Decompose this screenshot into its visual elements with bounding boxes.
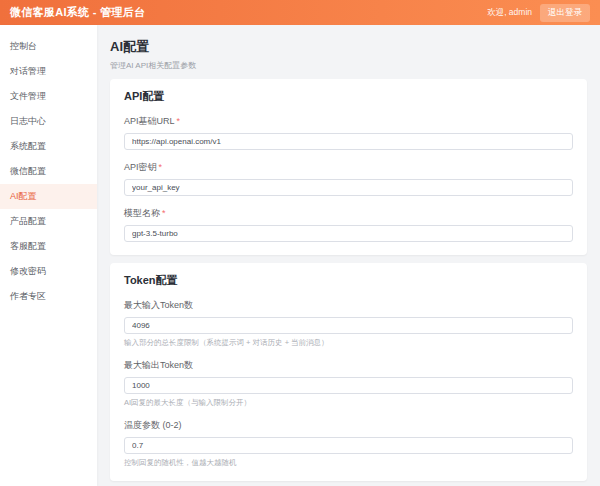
- app-header: 微信客服AI系统 - 管理后台 欢迎, admin 退出登录: [0, 0, 600, 25]
- temperature-input[interactable]: [124, 437, 573, 454]
- sidebar-item-change-password[interactable]: 修改密码: [0, 259, 97, 284]
- sidebar-item-system-config[interactable]: 系统配置: [0, 134, 97, 159]
- app-title: 微信客服AI系统 - 管理后台: [10, 5, 145, 20]
- main-content: AI配置 管理AI API相关配置参数 API配置 API基础URL* API密…: [97, 25, 600, 486]
- sidebar-item-ai-config[interactable]: AI配置: [0, 184, 97, 209]
- max-output-tokens-help: AI回复的最大长度（与输入限制分开）: [124, 398, 573, 408]
- api-key-input[interactable]: [124, 179, 573, 196]
- logout-button[interactable]: 退出登录: [540, 4, 590, 22]
- sidebar-item-wechat-config[interactable]: 微信配置: [0, 159, 97, 184]
- welcome-text: 欢迎, admin: [487, 7, 532, 19]
- sidebar-item-console[interactable]: 控制台: [0, 34, 97, 59]
- required-asterisk: *: [162, 208, 166, 218]
- max-output-tokens-label: 最大输出Token数: [124, 359, 573, 372]
- model-name-label: 模型名称*: [124, 207, 573, 220]
- header-right: 欢迎, admin 退出登录: [487, 4, 590, 22]
- max-input-tokens-help: 输入部分的总长度限制（系统提示词 + 对话历史 + 当前消息）: [124, 338, 573, 348]
- max-input-tokens-label: 最大输入Token数: [124, 299, 573, 312]
- required-asterisk: *: [159, 162, 163, 172]
- sidebar-item-files[interactable]: 文件管理: [0, 84, 97, 109]
- api-key-label: API密钥*: [124, 161, 573, 174]
- api-base-url-input[interactable]: [124, 133, 573, 150]
- api-base-url-label-text: API基础URL: [124, 116, 175, 126]
- api-base-url-label: API基础URL*: [124, 115, 573, 128]
- token-config-section-title: Token配置: [124, 273, 573, 288]
- max-input-tokens-input[interactable]: [124, 317, 573, 334]
- api-config-section-title: API配置: [124, 89, 573, 104]
- token-config-card: Token配置 最大输入Token数 输入部分的总长度限制（系统提示词 + 对话…: [110, 263, 587, 481]
- api-key-label-text: API密钥: [124, 162, 157, 172]
- max-output-tokens-input[interactable]: [124, 377, 573, 394]
- sidebar: 控制台 对话管理 文件管理 日志中心 系统配置 微信配置 AI配置 产品配置 客…: [0, 25, 97, 486]
- sidebar-item-author-zone[interactable]: 作者专区: [0, 284, 97, 309]
- temperature-label: 温度参数 (0-2): [124, 419, 573, 432]
- sidebar-item-conversations[interactable]: 对话管理: [0, 59, 97, 84]
- model-name-label-text: 模型名称: [124, 208, 160, 218]
- api-config-card: API配置 API基础URL* API密钥* 模型名称*: [110, 79, 587, 255]
- temperature-help: 控制回复的随机性，值越大越随机: [124, 458, 573, 468]
- page-title: AI配置: [110, 38, 587, 56]
- page-subtitle: 管理AI API相关配置参数: [110, 60, 587, 71]
- model-name-input[interactable]: [124, 225, 573, 242]
- sidebar-item-service-config[interactable]: 客服配置: [0, 234, 97, 259]
- sidebar-item-logs[interactable]: 日志中心: [0, 109, 97, 134]
- required-asterisk: *: [177, 116, 181, 126]
- sidebar-item-product-config[interactable]: 产品配置: [0, 209, 97, 234]
